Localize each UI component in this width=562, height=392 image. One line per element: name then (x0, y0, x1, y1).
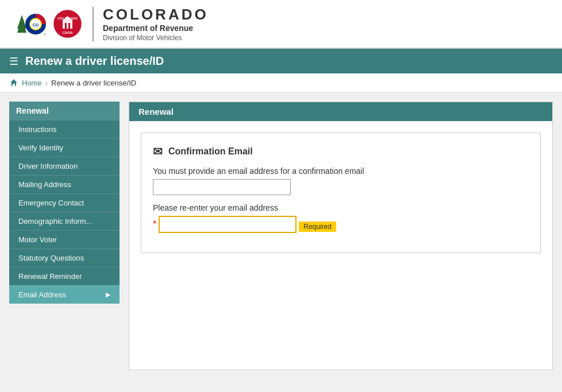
content-area: Renewal ✉ Confirmation Email You must pr… (129, 102, 553, 370)
email-description: You must provide an email address for a … (153, 166, 529, 176)
email-section-heading: Confirmation Email (168, 146, 253, 157)
required-badge: Required (299, 222, 336, 232)
page-header: CO TM COLORADO CDOR COLORADO Department … (0, 0, 562, 49)
svg-text:TM: TM (44, 33, 46, 36)
svg-text:CO: CO (33, 23, 39, 27)
email-section: ✉ Confirmation Email You must provide an… (141, 133, 541, 253)
sidebar-item-demographic-inform[interactable]: Demographic Inform... (9, 212, 120, 230)
sidebar-item-instructions[interactable]: Instructions (9, 120, 120, 138)
reenter-label: Please re-enter your email address (153, 203, 529, 212)
svg-marker-13 (10, 79, 17, 86)
svg-text:CDOR: CDOR (63, 31, 73, 34)
sidebar-item-driver-information[interactable]: Driver Information (9, 157, 120, 175)
content-body: ✉ Confirmation Email You must provide an… (129, 121, 552, 276)
email-input[interactable] (153, 179, 291, 195)
home-icon (9, 78, 18, 87)
sidebar-item-mailing-address[interactable]: Mailing Address (9, 175, 120, 193)
reenter-email-input[interactable] (159, 216, 297, 233)
reenter-row: * Required (153, 216, 529, 233)
dept-name: Department of Revenue (103, 24, 209, 33)
sidebar-item-statutory-questions[interactable]: Statutory Questions (9, 249, 120, 267)
nav-title: Renew a driver license/ID (25, 55, 164, 68)
logo-text: COLORADO Department of Revenue Division … (103, 6, 209, 42)
logo-divider (93, 7, 94, 41)
cdor-logo: COLORADO CDOR (52, 8, 83, 40)
main-container: Renewal Instructions Verify Identity Dri… (0, 92, 562, 379)
svg-rect-10 (68, 23, 70, 29)
email-field-group: You must provide an email address for a … (153, 166, 529, 195)
sidebar-item-renewal-reminder[interactable]: Renewal Reminder (9, 267, 120, 285)
menu-icon[interactable]: ☰ (9, 55, 18, 68)
reenter-field-group: Please re-enter your email address * Req… (153, 203, 529, 233)
sidebar-item-emergency-contact[interactable]: Emergency Contact (9, 193, 120, 212)
colorado-trees-logo: CO TM (11, 7, 46, 41)
email-icon: ✉ (153, 145, 163, 158)
breadcrumb-sep: › (45, 79, 48, 87)
sidebar: Renewal Instructions Verify Identity Dri… (9, 102, 120, 370)
svg-marker-1 (17, 15, 26, 29)
required-star: * (153, 219, 156, 230)
sidebar-header: Renewal (9, 102, 120, 120)
breadcrumb-home[interactable]: Home (22, 79, 42, 87)
state-name: COLORADO (103, 6, 209, 24)
sidebar-item-motor-voter[interactable]: Motor Voter (9, 230, 120, 249)
sidebar-item-verify-identity[interactable]: Verify Identity (9, 138, 120, 157)
logo-area: CO TM COLORADO CDOR COLORADO Department … (11, 6, 209, 42)
breadcrumb: Home › Renew a driver license/ID (0, 73, 562, 92)
breadcrumb-current: Renew a driver license/ID (51, 79, 136, 87)
division-name: Division of Motor Vehicles (103, 34, 182, 42)
nav-bar: ☰ Renew a driver license/ID (0, 49, 562, 73)
content-header: Renewal (129, 102, 552, 121)
svg-rect-9 (65, 23, 67, 29)
svg-rect-8 (63, 21, 72, 29)
sidebar-item-email-address[interactable]: Email Address (9, 285, 120, 304)
email-section-title: ✉ Confirmation Email (153, 145, 529, 158)
